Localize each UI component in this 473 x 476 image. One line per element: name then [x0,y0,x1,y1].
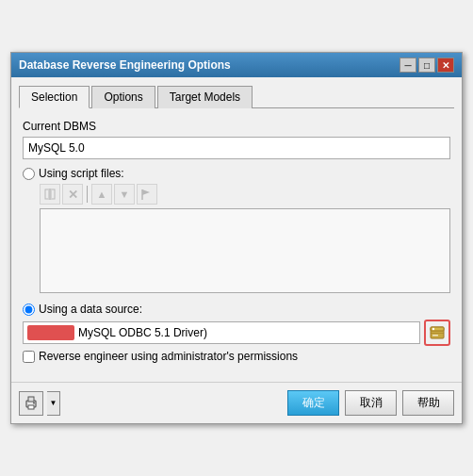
data-source-radio[interactable] [23,304,35,316]
datasource-browse-button[interactable] [424,320,450,346]
main-window: Database Reverse Engineering Options ─ □… [10,52,463,424]
window-body: Selection Options Target Models Current … [11,77,462,374]
bottom-bar: ▼ 确定 取消 帮助 [11,382,462,423]
toolbar-sep [87,186,88,203]
datasource-field[interactable]: MySQL ODBC 5.1 Driver) [23,321,420,344]
svg-rect-8 [431,333,444,334]
print-button[interactable] [19,391,43,416]
minimize-button[interactable]: ─ [400,57,416,73]
data-source-row: Using a data source: [23,303,450,316]
print-dropdown-button[interactable]: ▼ [47,391,60,416]
script-files-radio[interactable] [23,168,35,180]
tab-bar: Selection Options Target Models [19,85,454,108]
window-title: Database Reverse Engineering Options [19,58,231,72]
bottom-right: 确定 取消 帮助 [287,390,454,416]
svg-marker-3 [142,189,150,195]
reverse-engineer-label: Reverse engineer using administrator's p… [39,350,298,363]
confirm-button[interactable]: 确定 [287,390,339,416]
datasource-redacted [27,325,74,340]
title-bar-controls: ─ □ ✕ [400,57,454,73]
add-script-button[interactable] [40,184,60,205]
close-button[interactable]: ✕ [437,57,454,73]
help-button[interactable]: 帮助 [402,390,454,416]
move-up-button[interactable]: ▲ [91,184,112,205]
current-dbms-label: Current DBMS [23,120,450,133]
svg-point-13 [33,402,35,403]
move-down-button[interactable]: ▼ [114,184,135,205]
data-source-label: Using a data source: [39,303,142,316]
svg-rect-11 [28,397,34,402]
title-bar: Database Reverse Engineering Options ─ □… [11,53,462,77]
reverse-engineer-row: Reverse engineer using administrator's p… [23,350,450,363]
script-files-row: Using script files: [23,167,450,180]
current-dbms-input[interactable] [23,137,450,159]
tab-target-models[interactable]: Target Models [157,86,253,108]
script-files-list[interactable] [40,208,450,293]
remove-script-button[interactable]: ✕ [62,184,83,205]
bottom-left: ▼ [19,391,60,416]
cancel-button[interactable]: 取消 [345,390,397,416]
datasource-value: MySQL ODBC 5.1 Driver) [78,326,207,339]
script-files-label: Using script files: [39,167,124,180]
tab-options[interactable]: Options [91,86,155,108]
script-toolbar: ✕ ▲ ▼ [40,184,450,205]
svg-rect-9 [432,335,438,336]
flag-button[interactable] [137,184,157,205]
restore-button[interactable]: □ [418,57,435,73]
reverse-engineer-checkbox[interactable] [23,351,35,363]
datasource-field-row: MySQL ODBC 5.1 Driver) [23,320,450,346]
svg-point-7 [432,328,434,330]
svg-rect-12 [28,405,34,409]
tab-content-selection: Current DBMS Using script files: ✕ [19,116,454,367]
tab-selection[interactable]: Selection [19,86,90,108]
